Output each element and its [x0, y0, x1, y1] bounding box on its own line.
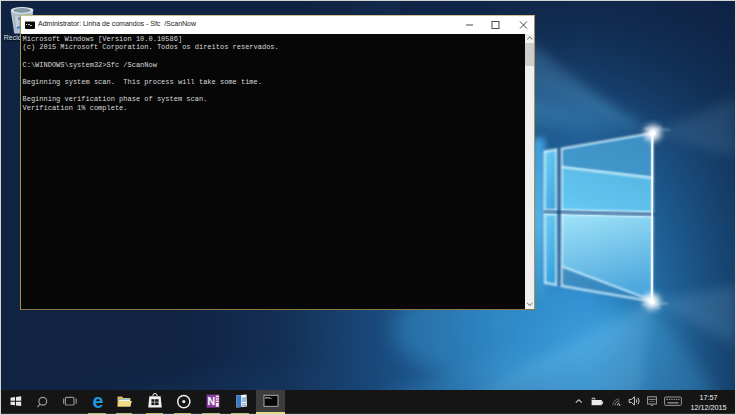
svg-text:N: N: [208, 395, 216, 407]
svg-text:e: e: [93, 390, 104, 412]
